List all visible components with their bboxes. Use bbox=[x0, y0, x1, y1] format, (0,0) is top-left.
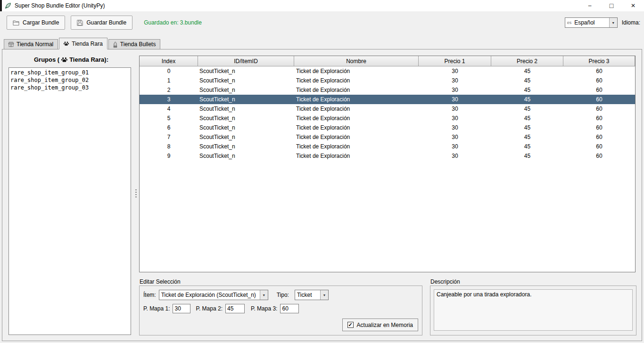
table-cell: ScoutTicket_n bbox=[198, 134, 294, 140]
tienda-rara-pane: Grupos ( Tienda Rara): rare_shop_item_gr… bbox=[2, 49, 642, 341]
paw-icon bbox=[61, 56, 68, 63]
table-cell: Ticket de Exploración bbox=[294, 96, 419, 103]
type-label: Tipo: bbox=[277, 292, 289, 298]
title-bar: Super Shop Bundle Editor (UnityPy) – □ ✕ bbox=[0, 0, 644, 11]
close-button[interactable]: ✕ bbox=[622, 0, 644, 11]
table-cell: 45 bbox=[491, 106, 563, 112]
description-textarea[interactable]: Canjeable por una tirada exploradora. bbox=[434, 289, 633, 331]
update-memory-checkbox-box[interactable]: ✓ bbox=[347, 322, 354, 328]
list-item[interactable]: rare_shop_item_group_03 bbox=[10, 84, 129, 91]
chevron-down-icon[interactable]: ▼ bbox=[609, 18, 617, 27]
table-cell: 30 bbox=[419, 115, 491, 122]
table-row[interactable]: 8ScoutTicket_nTicket de Exploración30456… bbox=[140, 142, 635, 151]
table-cell: 45 bbox=[491, 68, 563, 74]
table-row[interactable]: 9ScoutTicket_nTicket de Exploración30456… bbox=[140, 151, 635, 161]
open-folder-icon bbox=[13, 20, 19, 25]
table-cell: 5 bbox=[140, 115, 198, 122]
description-title: Descripción bbox=[429, 278, 461, 285]
column-header[interactable]: Precio 1 bbox=[419, 56, 491, 66]
update-memory-label: Actualizar en Memoria bbox=[357, 322, 413, 328]
column-header[interactable]: ID/ItemID bbox=[198, 56, 294, 66]
column-header[interactable]: Index bbox=[140, 56, 198, 66]
table-cell: ScoutTicket_n bbox=[198, 77, 294, 84]
table-cell: 4 bbox=[140, 106, 198, 112]
table-cell: 60 bbox=[563, 96, 635, 103]
tab-label: Tienda Normal bbox=[17, 41, 53, 48]
item-combobox[interactable]: Ticket de Exploración (ScoutTicket_n) ▼ bbox=[159, 290, 268, 300]
description-frame: Canjeable por una tirada exploradora. bbox=[430, 286, 636, 335]
tab-tienda-rara[interactable]: Tienda Rara bbox=[59, 38, 107, 49]
language-label: Idioma: bbox=[622, 19, 640, 26]
language-combobox[interactable]: es Español ▼ bbox=[565, 17, 618, 28]
item-label: Ítem: bbox=[143, 292, 156, 298]
save-bundle-button[interactable]: Guardar Bundle bbox=[71, 16, 132, 30]
price2-input[interactable] bbox=[225, 304, 245, 313]
table-row[interactable]: 5ScoutTicket_nTicket de Exploración30456… bbox=[140, 114, 635, 123]
table-row[interactable]: 0ScoutTicket_nTicket de Exploración30456… bbox=[140, 66, 635, 76]
sash-grip-icon bbox=[135, 189, 137, 198]
language-value: Español bbox=[572, 19, 609, 26]
list-item[interactable]: rare_shop_item_group_01 bbox=[10, 69, 129, 76]
app-feather-icon bbox=[5, 2, 11, 9]
tab-tienda-normal[interactable]: Tienda Normal bbox=[4, 39, 58, 49]
chevron-down-icon[interactable]: ▼ bbox=[320, 290, 328, 300]
table-cell: 60 bbox=[563, 106, 635, 112]
price3-input[interactable] bbox=[280, 304, 299, 313]
table-cell: 6 bbox=[140, 124, 198, 131]
table-cell: 30 bbox=[419, 153, 491, 159]
table-cell: 60 bbox=[563, 134, 635, 140]
price1-input[interactable] bbox=[173, 304, 190, 313]
table-cell: 7 bbox=[140, 134, 198, 140]
table-cell: Ticket de Exploración bbox=[294, 115, 419, 122]
type-combobox[interactable]: Ticket ▼ bbox=[295, 290, 329, 300]
table-cell: ScoutTicket_n bbox=[198, 124, 294, 131]
table-cell: 60 bbox=[563, 77, 635, 84]
saved-status-text: Guardado en: 3.bundle bbox=[144, 19, 202, 26]
table-row[interactable]: 2ScoutTicket_nTicket de Exploración30456… bbox=[140, 85, 635, 95]
paned-window-sash[interactable] bbox=[134, 49, 138, 341]
table-cell: 30 bbox=[419, 87, 491, 93]
table-cell: ScoutTicket_n bbox=[198, 153, 294, 159]
groups-heading: Grupos ( Tienda Rara): bbox=[2, 56, 140, 63]
table-cell: 60 bbox=[563, 153, 635, 159]
load-bundle-button[interactable]: Cargar Bundle bbox=[7, 16, 65, 30]
table-row[interactable]: 3ScoutTicket_nTicket de Exploración30456… bbox=[140, 95, 635, 104]
table-cell: Ticket de Exploración bbox=[294, 134, 419, 140]
maximize-button[interactable]: □ bbox=[601, 0, 622, 11]
spain-flag-icon: es bbox=[567, 20, 572, 25]
chevron-down-icon[interactable]: ▼ bbox=[260, 290, 268, 300]
minimize-button[interactable]: – bbox=[579, 0, 601, 11]
item-row: Ítem: Ticket de Exploración (ScoutTicket… bbox=[143, 290, 329, 300]
toolbar: Cargar Bundle Guardar Bundle Guardado en… bbox=[0, 11, 644, 34]
table-cell: 30 bbox=[419, 124, 491, 131]
table-row[interactable]: 7ScoutTicket_nTicket de Exploración30456… bbox=[140, 132, 635, 142]
table-row[interactable]: 1ScoutTicket_nTicket de Exploración30456… bbox=[140, 76, 635, 85]
table-row[interactable]: 4ScoutTicket_nTicket de Exploración30456… bbox=[140, 104, 635, 114]
table-cell: ScoutTicket_n bbox=[198, 106, 294, 112]
column-header[interactable]: Nombre bbox=[294, 56, 419, 66]
table-cell: 60 bbox=[563, 87, 635, 93]
tab-label: Tienda Rara bbox=[72, 41, 103, 47]
table-cell: 30 bbox=[419, 96, 491, 103]
update-memory-checkbutton[interactable]: ✓ Actualizar en Memoria bbox=[342, 318, 418, 331]
paw-icon bbox=[63, 41, 69, 47]
window-edge-strip bbox=[0, 0, 2, 11]
groups-heading-prefix: Grupos ( bbox=[34, 56, 59, 63]
tab-label: Tienda Bullets bbox=[120, 41, 156, 48]
column-header[interactable]: Precio 2 bbox=[491, 56, 563, 66]
table-cell: 60 bbox=[563, 143, 635, 150]
table-cell: 60 bbox=[563, 124, 635, 131]
table-cell: 30 bbox=[419, 134, 491, 140]
column-header[interactable]: Precio 3 bbox=[563, 56, 635, 66]
list-item[interactable]: rare_shop_item_group_02 bbox=[10, 76, 129, 84]
window-controls: – □ ✕ bbox=[579, 0, 644, 11]
table-cell: 8 bbox=[140, 143, 198, 150]
table-cell: 9 bbox=[140, 153, 198, 159]
table-cell: 30 bbox=[419, 68, 491, 74]
window-title: Super Shop Bundle Editor (UnityPy) bbox=[15, 2, 105, 9]
items-table-header: IndexID/ItemIDNombrePrecio 1Precio 2Prec… bbox=[140, 56, 635, 66]
app-window: { "window": { "title": "Super Shop Bundl… bbox=[0, 0, 644, 343]
table-row[interactable]: 6ScoutTicket_nTicket de Exploración30456… bbox=[140, 123, 635, 132]
tab-tienda-bullets[interactable]: Tienda Bullets bbox=[108, 39, 161, 49]
groups-listbox[interactable]: rare_shop_item_group_01rare_shop_item_gr… bbox=[8, 67, 131, 335]
